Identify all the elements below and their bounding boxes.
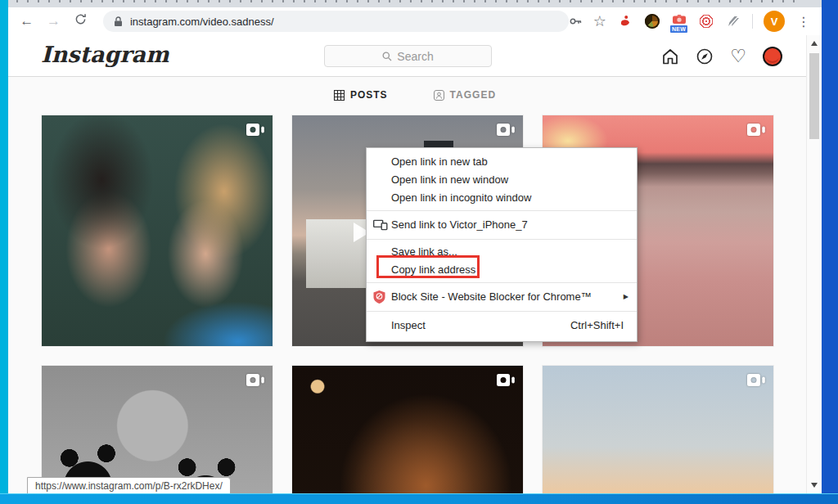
menu-item-open-new-tab[interactable]: Open link in new tab	[367, 153, 637, 171]
spiral-glyph	[699, 14, 714, 29]
search-icon	[382, 52, 392, 61]
menu-item-send-link-label: Send link to Victor_iPhone_7	[391, 218, 528, 231]
menu-divider	[367, 282, 637, 283]
browser-menu-button[interactable]: ⋮	[795, 14, 812, 29]
video-icon	[497, 374, 515, 386]
activity-heart-icon[interactable]: ♡	[730, 47, 746, 65]
toolbar-divider	[752, 14, 753, 29]
url-text[interactable]: instagram.com/video.sadness/	[130, 16, 274, 28]
toolbar-right-cluster: ☆ NEW V ⋮	[569, 11, 812, 32]
extension-lips-icon[interactable]	[617, 13, 633, 29]
menu-divider	[367, 311, 637, 312]
extension-feather-icon[interactable]	[725, 13, 741, 29]
video-icon	[747, 374, 765, 386]
profile-tabs: POSTS TAGGED	[8, 87, 822, 103]
browser-window: ← → instagram.com/video.sadness/ ☆	[8, 0, 822, 493]
forward-button[interactable]: →	[45, 13, 63, 29]
windows-taskbar[interactable]	[0, 493, 838, 504]
instagram-page: Instagram Search ♡	[8, 35, 822, 493]
home-icon[interactable]	[661, 47, 679, 65]
back-button[interactable]: ←	[18, 13, 36, 29]
menu-item-open-new-window[interactable]: Open link in new window	[367, 171, 637, 189]
menu-item-inspect[interactable]: Inspect Ctrl+Shift+I	[367, 315, 637, 336]
video-icon	[246, 374, 264, 386]
menu-item-send-link[interactable]: Send link to Victor_iPhone_7	[367, 214, 637, 236]
extension-camera-dark-icon[interactable]	[644, 13, 660, 29]
tab-tagged-label: TAGGED	[450, 89, 496, 101]
browser-tab-strip[interactable]	[8, 0, 822, 7]
video-icon	[246, 124, 264, 136]
status-url-text: https://www.instagram.com/p/B-rx2rkDHex/	[35, 480, 223, 492]
tab-posts-label: POSTS	[350, 89, 388, 101]
refresh-button[interactable]	[71, 13, 89, 29]
new-badge: NEW	[670, 25, 687, 33]
tab-tagged[interactable]: TAGGED	[434, 87, 496, 103]
screen: ← → instagram.com/video.sadness/ ☆	[0, 0, 838, 504]
menu-divider	[367, 239, 637, 240]
address-bar[interactable]: instagram.com/video.sadness/	[103, 11, 569, 32]
tagged-person-icon	[434, 90, 444, 101]
extension-camera-dark-glyph	[645, 14, 660, 29]
tab-posts[interactable]: POSTS	[334, 87, 388, 103]
status-bar-url: https://www.instagram.com/p/B-rx2rkDHex/	[27, 477, 231, 493]
browser-profile-avatar[interactable]: V	[764, 11, 785, 32]
scroll-up-arrow-icon[interactable]	[811, 41, 818, 46]
devices-icon	[373, 220, 388, 231]
bookmark-star-icon[interactable]: ☆	[593, 14, 606, 29]
search-placeholder: Search	[397, 50, 433, 63]
red-camera-glyph	[673, 15, 686, 24]
context-menu: Open link in new tab Open link in new wi…	[366, 147, 638, 342]
browser-toolbar: ← → instagram.com/video.sadness/ ☆	[8, 7, 822, 35]
desktop-background-left	[0, 0, 8, 504]
block-site-shield-icon	[373, 290, 385, 304]
post-thumbnail-cartoon[interactable]	[42, 366, 273, 493]
instagram-logo[interactable]: Instagram	[41, 42, 169, 67]
search-input[interactable]: Search	[324, 45, 492, 67]
explore-compass-icon[interactable]	[696, 47, 714, 65]
menu-divider	[367, 210, 637, 211]
video-icon	[497, 124, 515, 136]
refresh-icon	[74, 13, 87, 25]
scroll-down-arrow-icon[interactable]	[811, 483, 818, 488]
video-icon	[747, 124, 765, 136]
menu-item-block-site[interactable]: Block Site - Website Blocker for Chrome™…	[367, 286, 637, 308]
post-thumbnail-night[interactable]	[292, 366, 523, 493]
password-key-icon[interactable]	[569, 15, 583, 28]
desktop-background-right	[822, 0, 838, 504]
inspect-shortcut: Ctrl+Shift+I	[570, 315, 624, 336]
menu-item-open-incognito[interactable]: Open link in incognito window	[367, 189, 637, 207]
grid-icon	[334, 90, 345, 101]
extension-new-camera-icon[interactable]: NEW	[671, 13, 687, 29]
lock-icon	[114, 16, 123, 27]
menu-item-block-site-label: Block Site - Website Blocker for Chrome™	[391, 290, 592, 303]
post-thumbnail-sunset[interactable]	[543, 366, 773, 493]
instagram-nav: ♡	[661, 35, 782, 77]
page-scrollbar[interactable]	[806, 35, 822, 493]
profile-avatar[interactable]	[763, 47, 782, 66]
menu-item-inspect-label: Inspect	[391, 319, 426, 331]
instagram-header: Instagram Search ♡	[8, 35, 822, 77]
post-thumbnail-couple[interactable]	[42, 115, 273, 346]
extension-spiral-icon[interactable]	[698, 13, 714, 29]
submenu-arrow-icon: ▶	[624, 286, 628, 308]
annotation-highlight-box	[376, 255, 480, 278]
scrollbar-thumb[interactable]	[809, 53, 819, 139]
